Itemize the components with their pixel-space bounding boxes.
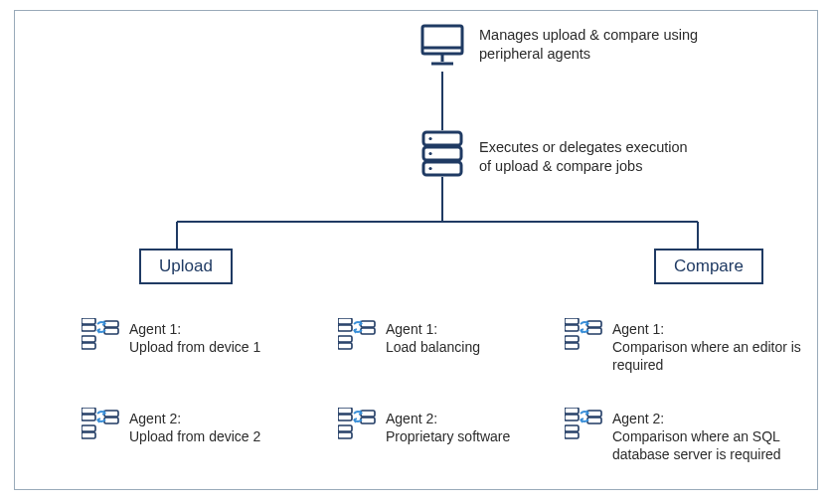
svg-point-12 (428, 137, 431, 140)
agent-title: Agent 2: (129, 410, 260, 427)
agent-col2-row2: Agent 2: Proprietary software (338, 408, 577, 445)
agent-desc: Load balancing (386, 338, 480, 356)
agent-col1-row1: Agent 1: Upload from device 1 (82, 318, 320, 356)
agent-title: Agent 1: (386, 320, 480, 338)
server-stack-icon (417, 130, 467, 178)
monitor-icon (417, 22, 467, 72)
agent-exchange-icon (565, 318, 604, 352)
agent-title: Agent 1: (129, 320, 260, 338)
agent-desc: Upload from device 2 (129, 427, 260, 445)
agent-title: Agent 2: (386, 410, 510, 427)
agent-exchange-icon (82, 408, 121, 441)
svg-point-14 (428, 167, 431, 170)
monitor-caption-line2: peripheral agents (479, 45, 698, 64)
agent-col1-row2: Agent 2: Upload from device 2 (82, 408, 320, 445)
monitor-caption-line1: Manages upload & compare using (479, 26, 698, 45)
svg-rect-5 (422, 26, 462, 54)
agent-title: Agent 1: (612, 320, 801, 338)
agent-title: Agent 2: (612, 410, 781, 427)
server-caption-line2: of upload & compare jobs (479, 157, 688, 176)
agent-col3-row1: Agent 1: Comparison where an editor is r… (565, 318, 803, 375)
branch-label-compare: Compare (674, 256, 744, 275)
branch-label-upload: Upload (159, 256, 213, 275)
server-caption-line1: Executes or delegates execution (479, 138, 688, 157)
agent-desc: Proprietary software (386, 427, 510, 445)
agent-exchange-icon (338, 408, 378, 441)
agent-exchange-icon (82, 318, 121, 352)
diagram-canvas: Manages upload & compare using periphera… (0, 0, 832, 504)
agent-exchange-icon (565, 408, 604, 441)
agent-desc2: database server is required (612, 445, 781, 463)
branch-box-compare: Compare (654, 249, 763, 284)
agent-desc: Comparison where an SQL (612, 427, 781, 445)
svg-point-13 (428, 152, 431, 155)
agent-col2-row1: Agent 1: Load balancing (338, 318, 577, 356)
branch-box-upload: Upload (139, 249, 233, 284)
agent-col3-row2: Agent 2: Comparison where an SQL databas… (565, 408, 803, 464)
agent-exchange-icon (338, 318, 378, 352)
agent-desc2: required (612, 356, 801, 374)
agent-desc: Upload from device 1 (129, 338, 260, 356)
monitor-caption: Manages upload & compare using periphera… (479, 26, 698, 64)
agent-desc: Comparison where an editor is (612, 338, 801, 356)
server-caption: Executes or delegates execution of uploa… (479, 138, 688, 176)
